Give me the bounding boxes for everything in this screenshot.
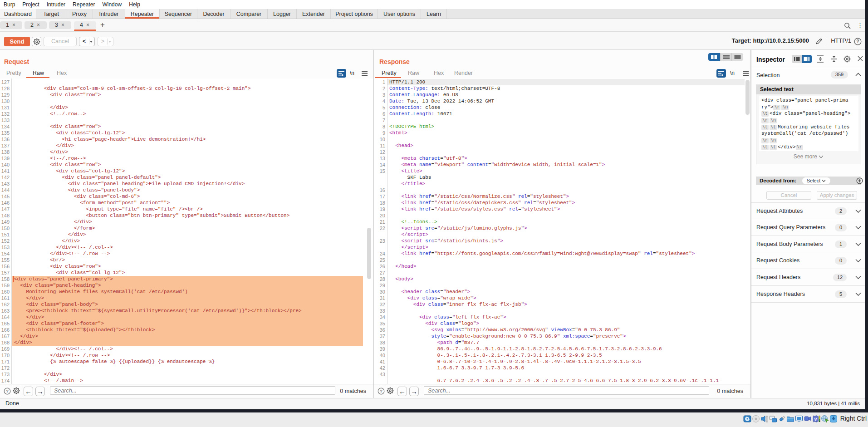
tab-repeater[interactable]: Repeater xyxy=(125,9,160,19)
menu-intruder[interactable]: Intruder xyxy=(43,0,69,9)
response-code-line[interactable] xyxy=(387,187,745,193)
editor-menu-icon[interactable] xyxy=(743,70,749,76)
see-more-link[interactable]: See more xyxy=(756,153,861,160)
repeater-tab-4[interactable]: 4× xyxy=(74,21,96,29)
response-code-line[interactable]: <header class="header"> xyxy=(387,289,745,295)
request-code-line[interactable]: <form method="post" action=""> xyxy=(12,200,363,206)
response-code-line[interactable]: Date: Tue, 13 Dec 2022 14:06:52 GMT xyxy=(387,98,745,104)
syntax-highlight-icon[interactable] xyxy=(337,69,346,78)
request-editor[interactable]: 1271281291301311321331341351361371381391… xyxy=(0,79,373,384)
send-settings-button[interactable] xyxy=(32,37,41,46)
request-code-line[interactable]: <div class="panel-body"> xyxy=(12,187,363,193)
tab-target[interactable]: Target xyxy=(36,9,66,19)
tab-project-options[interactable]: Project options xyxy=(331,9,378,19)
request-code-line[interactable]: <div class="panel-heading">File upload C… xyxy=(12,181,363,187)
add-decoder-icon[interactable] xyxy=(856,177,863,184)
request-code-line[interactable]: </div> xyxy=(12,371,363,378)
response-code-line[interactable]: <script src="/static/js/lumino.glyphs.js… xyxy=(387,225,745,231)
request-code-line[interactable]: <div class="panel panel-primary"> xyxy=(12,276,363,282)
syntax-highlight-icon[interactable] xyxy=(716,69,726,78)
more-options-icon[interactable]: ⋮ xyxy=(857,22,863,29)
forward-dropdown-caret-icon[interactable] xyxy=(108,41,111,43)
expand-all-icon[interactable] xyxy=(817,55,824,63)
tab-logger[interactable]: Logger xyxy=(268,9,297,19)
request-code-line[interactable]: <div class="col-lg-12"> xyxy=(12,270,363,276)
request-code-line[interactable] xyxy=(12,98,363,104)
response-code-line[interactable]: <link href="https://fonts.googleapis.com… xyxy=(387,250,745,257)
request-code-line[interactable]: <div class="col-lg-12"> xyxy=(12,168,363,174)
repeater-tab-3[interactable]: 3× xyxy=(49,21,71,29)
menu-window[interactable]: Window xyxy=(98,0,125,9)
request-code-line[interactable]: <div class="row"> xyxy=(12,263,363,270)
response-code-line[interactable]: 86.9-.7-.4c-.9-.5-1.9-1.1-2.8-1.8-2.7-2-… xyxy=(387,346,745,352)
newline-chars-icon[interactable]: \n xyxy=(730,70,735,76)
selection-section-header[interactable]: Selection359 xyxy=(751,70,865,83)
request-code-line[interactable]: <!--/.main--> xyxy=(12,378,363,384)
tab-dashboard[interactable]: Dashboard xyxy=(0,9,36,19)
request-code-line[interactable]: <button class="btn btn-primary" type="su… xyxy=(12,212,363,219)
request-code-line[interactable]: <input type="file" name="file" /><br /> xyxy=(12,206,363,212)
request-code-line[interactable]: <div class="col-sm-9 col-sm-offset-3 col… xyxy=(12,85,363,92)
edit-target-icon[interactable] xyxy=(815,38,823,45)
request-code-line[interactable]: </div> xyxy=(12,295,363,301)
response-tab-hex[interactable]: Hex xyxy=(434,70,444,76)
selection-cancel-button[interactable]: Cancel xyxy=(766,191,811,200)
response-code-line[interactable]: <title> xyxy=(387,168,745,174)
http-version-label[interactable]: HTTP/1 xyxy=(831,32,851,50)
close-tab-icon[interactable]: × xyxy=(61,22,64,28)
newline-chars-icon[interactable]: \n xyxy=(350,70,354,76)
apply-changes-button[interactable]: Apply changes xyxy=(817,191,857,200)
response-code-line[interactable]: Content-Language: en-US xyxy=(387,92,745,98)
response-code-line[interactable] xyxy=(387,270,745,276)
section-request-query-parameters[interactable]: Request Query Parameters0 xyxy=(751,219,865,236)
request-code-line[interactable] xyxy=(12,117,363,123)
request-code-line[interactable]: <br/> xyxy=(12,257,363,263)
response-code-line[interactable]: 0-6.8-.7-10-2-1-.4-1.9-.9-2.8-1.4l-.8-.4… xyxy=(387,358,745,365)
request-code-line[interactable]: <div class="panel-footer"> xyxy=(12,320,363,327)
response-code-line[interactable]: <!DOCTYPE html> xyxy=(387,123,745,130)
request-code-line[interactable]: </div><!-- /.col--> xyxy=(12,244,363,250)
menu-project[interactable]: Project xyxy=(19,0,43,9)
request-code-line[interactable]: <div class="row"> xyxy=(12,162,363,168)
repeater-tab-1[interactable]: 1× xyxy=(0,21,22,29)
layout-single-button[interactable] xyxy=(731,53,743,61)
request-code-line[interactable]: </form> xyxy=(12,225,363,231)
request-code-line[interactable]: </div> xyxy=(12,219,363,225)
menu-burp[interactable]: Burp xyxy=(0,0,19,9)
request-code-line[interactable] xyxy=(12,79,363,85)
menu-help[interactable]: Help xyxy=(125,0,144,9)
response-code-line[interactable]: <script src="/static/js/hints.js"> xyxy=(387,238,745,244)
response-code-line[interactable]: <head> xyxy=(387,142,745,149)
response-code-line[interactable]: 0-.3-.1-.5-.1-.8-.2.1-.4.2-.7.3-3.1 1.3-… xyxy=(387,352,745,358)
tab-sequencer[interactable]: Sequencer xyxy=(160,9,197,19)
search-settings-icon[interactable] xyxy=(13,387,20,395)
search-help-icon[interactable]: ? xyxy=(378,388,385,395)
section-request-body-parameters[interactable]: Request Body Parameters1 xyxy=(751,236,865,253)
request-code-line[interactable]: </div> xyxy=(12,314,363,320)
search-help-icon[interactable]: ? xyxy=(4,388,11,395)
response-code-line[interactable]: <div class="inner flx flx-ac flx-jsb"> xyxy=(387,301,745,308)
response-code-line[interactable]: <body> xyxy=(387,276,745,282)
search-icon[interactable] xyxy=(844,22,851,29)
menu-repeater[interactable]: Repeater xyxy=(69,0,98,9)
response-code-line[interactable]: HTTP/1.1 200 xyxy=(387,79,745,85)
request-tab-hex[interactable]: Hex xyxy=(57,70,67,76)
next-match-button[interactable]: → xyxy=(35,387,45,396)
response-code-line[interactable] xyxy=(387,257,745,263)
response-code-line[interactable] xyxy=(387,282,745,289)
request-code-line[interactable]: <pre><th:block th:text="${systemCall.uti… xyxy=(12,308,363,314)
response-code-line[interactable]: 6.7-7.6.2-.2.4-.3.6-.5-.2-.2-.4-.3-.7-.5… xyxy=(387,378,745,384)
close-tab-icon[interactable]: × xyxy=(12,22,15,28)
dock-left-icon[interactable] xyxy=(792,55,802,63)
close-tab-icon[interactable]: × xyxy=(86,22,89,28)
response-code-line[interactable]: <path d="m37.7 xyxy=(387,339,745,346)
help-icon[interactable]: ? xyxy=(854,38,862,46)
response-code-line[interactable]: <div class="wrap wide"> xyxy=(387,295,745,301)
response-code-line[interactable]: Connection: close xyxy=(387,104,745,111)
request-code-line[interactable]: <div class="panel-body"> xyxy=(12,301,363,308)
response-tab-pretty[interactable]: Pretty xyxy=(382,70,397,76)
tab-user-options[interactable]: User options xyxy=(378,9,421,19)
response-code-line[interactable]: <meta charset="utf-8"> xyxy=(387,155,745,162)
request-code-line[interactable]: <!--/.row--> xyxy=(12,155,363,162)
expand-section-icon[interactable] xyxy=(855,275,860,280)
